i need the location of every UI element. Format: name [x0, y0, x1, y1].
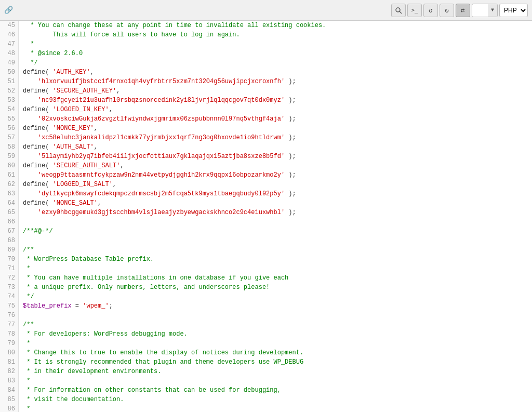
table-row[interactable]: */	[19, 58, 532, 68]
code-token: */	[23, 292, 34, 301]
line-number: 52	[0, 86, 18, 96]
code-token: 'LOGGED_IN_KEY'	[53, 105, 109, 114]
code-token: /**	[23, 320, 34, 329]
table-row[interactable]: define( 'SECURE_AUTH_SALT',	[19, 161, 532, 170]
code-token: );	[285, 208, 296, 217]
table-row[interactable]: * You can have multiple installations in…	[19, 273, 532, 283]
undo-icon: ↺	[429, 6, 433, 15]
table-row[interactable]: define( 'AUTH_SALT',	[19, 142, 532, 152]
table-row[interactable]: /**	[19, 320, 532, 329]
table-row[interactable]: 'dyt1kycpk6mswyfcdekqmpczdrmscsbj2m5fcqa…	[19, 189, 532, 198]
line-number: 46	[0, 30, 18, 39]
table-row[interactable]: *	[19, 376, 532, 386]
table-row[interactable]: define( 'AUTH_KEY',	[19, 68, 532, 77]
table-row[interactable]: * You can change these at any point in t…	[19, 21, 532, 30]
code-token: );	[285, 170, 296, 180]
code-token: ,	[94, 142, 98, 152]
code-token: define(	[23, 161, 53, 170]
line-number: 57	[0, 133, 18, 142]
code-token: */	[23, 58, 38, 68]
terminal-button[interactable]: >_	[407, 4, 422, 17]
line-number: 85	[0, 395, 18, 404]
line-number: 74	[0, 292, 18, 301]
table-row[interactable]: /**	[19, 245, 532, 255]
table-row[interactable]: */	[19, 292, 532, 301]
code-token: $table_prefix	[23, 301, 72, 311]
code-token: '5llaymiyhb2yq7ibfeb4iiljxjocfottiaux7gk…	[23, 152, 285, 161]
table-row[interactable]: * @since 2.6.0	[19, 49, 532, 58]
table-row[interactable]: *	[19, 264, 532, 273]
table-row[interactable]: 'weogp9ttaasmntfcykpzaw9n2nm44vetpydjggh…	[19, 170, 532, 180]
undo-button[interactable]: ↺	[423, 4, 438, 17]
svg-point-0	[396, 8, 400, 12]
table-row[interactable]: define( 'LOGGED_IN_KEY',	[19, 105, 532, 114]
language-select[interactable]: PHP	[499, 4, 528, 17]
line-number: 77	[0, 320, 18, 329]
table-row[interactable]: 'nc93fgcye1t21u3uafhl0rsbqzsnorcedink2yi…	[19, 96, 532, 105]
line-number: 63	[0, 189, 18, 198]
table-row[interactable]: 'xc58eluhc3jankalidpzl1cmkk77yjrmbjxx1qr…	[19, 133, 532, 142]
table-row[interactable]: * For information on other constants tha…	[19, 386, 532, 395]
line-number: 54	[0, 105, 18, 114]
code-token: * For developers: WordPress debugging mo…	[23, 329, 188, 339]
code-area[interactable]: * You can change these at any point in t…	[19, 21, 532, 412]
table-row[interactable]: * It is strongly recommended that plugin…	[19, 357, 532, 367]
line-number: 51	[0, 77, 18, 86]
code-token: define(	[23, 124, 53, 133]
table-row[interactable]: *	[19, 404, 532, 412]
table-row[interactable]: $table_prefix = 'wpem_';	[19, 301, 532, 311]
font-size-down-button[interactable]: ▼	[488, 4, 497, 17]
line-number: 62	[0, 180, 18, 189]
line-number: 76	[0, 311, 18, 320]
code-token: * a unique prefix. Only numbers, letters…	[23, 283, 270, 292]
table-row[interactable]	[19, 311, 532, 320]
table-row[interactable]: This will force all users to have to log…	[19, 30, 532, 39]
line-numbers-gutter: 4546474849505152535455565758596061626364…	[0, 21, 19, 412]
code-token: 'xc58eluhc3jankalidpzl1cmkk77yjrmbjxx1qr…	[23, 133, 285, 142]
line-number: 79	[0, 339, 18, 348]
table-row[interactable]: * in their development environments.	[19, 367, 532, 376]
table-row[interactable]: * visit the documentation.	[19, 395, 532, 404]
table-row[interactable]: define( 'NONCE_SALT',	[19, 198, 532, 208]
table-row[interactable]: * WordPress Database Table prefix.	[19, 255, 532, 264]
swap-button[interactable]: ⇄	[456, 4, 470, 17]
table-row[interactable]: define( 'LOGGED_IN_SALT',	[19, 180, 532, 189]
line-number: 71	[0, 264, 18, 273]
code-token: 'SECURE_AUTH_KEY'	[53, 86, 116, 96]
code-token: *	[23, 339, 30, 348]
table-row[interactable]: '02xvoskciwGukja6zvgztlfwiyndwxjgmrimx06…	[19, 114, 532, 124]
line-number: 67	[0, 227, 18, 236]
table-row[interactable]: * For developers: WordPress debugging mo…	[19, 329, 532, 339]
line-number: 78	[0, 329, 18, 339]
link-icon: 🔗	[4, 6, 13, 15]
line-number: 70	[0, 255, 18, 264]
line-number: 59	[0, 152, 18, 161]
search-button[interactable]	[391, 4, 406, 17]
table-row[interactable]	[19, 217, 532, 227]
code-token: * For information on other constants tha…	[23, 386, 281, 395]
svg-line-1	[400, 11, 402, 14]
line-number: 48	[0, 49, 18, 58]
font-size-control: ▼	[472, 4, 498, 17]
line-number: 50	[0, 68, 18, 77]
line-number: 49	[0, 58, 18, 68]
table-row[interactable]	[19, 236, 532, 245]
toolbar-left: 🔗	[4, 6, 389, 15]
table-row[interactable]: define( 'NONCE_KEY',	[19, 124, 532, 133]
code-token: 'LOGGED_IN_SALT'	[53, 180, 113, 189]
table-row[interactable]: *	[19, 339, 532, 348]
code-token: ,	[116, 86, 120, 96]
table-row[interactable]: * Change this to true to enable the disp…	[19, 348, 532, 357]
table-row[interactable]: *	[19, 39, 532, 49]
table-row[interactable]: * a unique prefix. Only numbers, letters…	[19, 283, 532, 292]
code-token: );	[285, 96, 296, 105]
table-row[interactable]: 'hlxorvuu1fjbstcc1f4rnxo1qh4vyfrbtrr5xzm…	[19, 77, 532, 86]
table-row[interactable]: define( 'SECURE_AUTH_KEY',	[19, 86, 532, 96]
line-number: 83	[0, 376, 18, 386]
table-row[interactable]: '5llaymiyhb2yq7ibfeb4iiljxjocfottiaux7gk…	[19, 152, 532, 161]
line-number: 56	[0, 124, 18, 133]
table-row[interactable]: /**#@-*/	[19, 227, 532, 236]
table-row[interactable]: 'ezxy0hbcggemukd3gjtscchbm4vlsjlaeajyzby…	[19, 208, 532, 217]
code-token: * @since 2.6.0	[23, 49, 83, 58]
redo-button[interactable]: ↻	[440, 4, 454, 17]
